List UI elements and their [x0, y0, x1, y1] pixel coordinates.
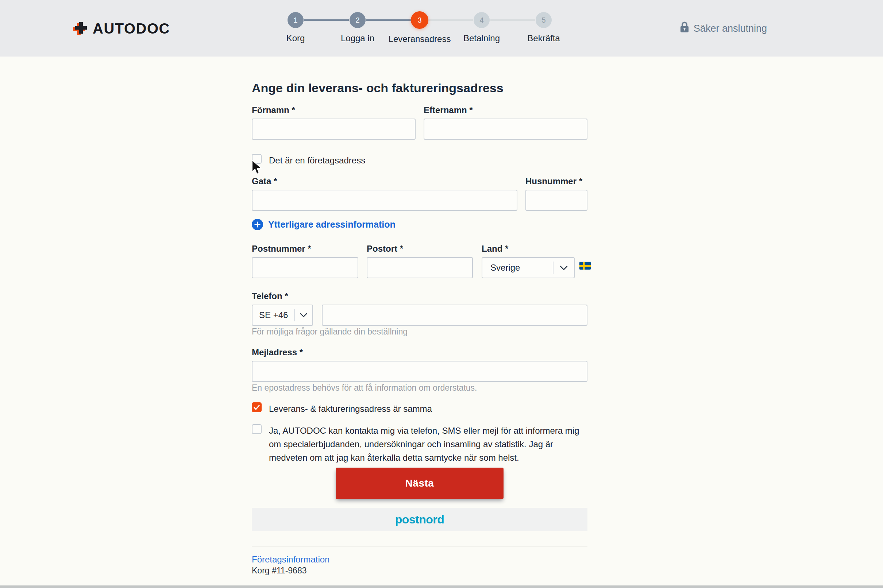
step-leveransadress[interactable]: 3 Leveransadress [389, 12, 451, 44]
country-selected-value: Sverige [482, 262, 553, 273]
city-input[interactable] [367, 257, 473, 278]
email-field: Mejladress * [252, 347, 587, 382]
phone-field: Telefon * SE +46 [252, 291, 587, 326]
last-name-field: Efternamn * [423, 105, 587, 140]
street-label: Gata * [252, 176, 517, 186]
street-field: Gata * [252, 176, 517, 211]
bottom-edge-strip [0, 585, 883, 588]
last-name-label: Efternamn * [423, 105, 587, 115]
checkout-stepper: 1 Korg 2 Logga in 3 Leveransadress 4 Bet… [264, 12, 575, 44]
postnord-logo: postnord [395, 513, 445, 526]
email-input[interactable] [252, 361, 587, 382]
step-logga-in[interactable]: 2 Logga in [327, 12, 389, 44]
page-title: Ange din leverans- och faktureringsadres… [252, 81, 503, 95]
same-address-checkbox-row[interactable]: Leverans- & faktureringsadress är samma [252, 402, 432, 416]
consent-label: Ja, AUTODOC kan kontakta mig via telefon… [269, 424, 587, 464]
additional-address-info-label: Ytterligare adressinformation [268, 219, 395, 230]
step-circle: 5 [536, 12, 552, 28]
company-info-link[interactable]: Företagsinformation [252, 555, 329, 565]
country-label: Land * [482, 244, 575, 254]
header: AUTODOC 1 Korg 2 Logga in 3 Leveransadre… [0, 0, 883, 57]
phone-prefix-select[interactable]: SE +46 [252, 304, 313, 326]
next-button[interactable]: Nästa [336, 468, 503, 499]
first-name-field: Förnamn * [252, 105, 416, 140]
same-address-checkbox[interactable] [252, 402, 261, 412]
consent-checkbox-row[interactable]: Ja, AUTODOC kan kontakta mig via telefon… [252, 424, 587, 464]
step-circle: 2 [350, 12, 366, 28]
phone-label: Telefon * [252, 291, 587, 301]
house-number-input[interactable] [526, 190, 587, 211]
sweden-flag-icon [580, 262, 591, 270]
postcode-field: Postnummer * [252, 244, 358, 278]
autodoc-logo[interactable]: AUTODOC [72, 20, 170, 36]
step-circle: 1 [288, 12, 303, 28]
same-address-label: Leverans- & faktureringsadress är samma [269, 402, 432, 416]
street-input[interactable] [252, 190, 517, 211]
secure-connection-badge: Säker anslutning [680, 21, 767, 35]
postcode-label: Postnummer * [252, 244, 358, 254]
phone-number-input[interactable] [322, 304, 587, 326]
chevron-down-icon [295, 313, 312, 317]
cart-reference: Korg #11-9683 [252, 566, 306, 576]
house-number-field: Husnummer * [526, 176, 587, 211]
last-name-input[interactable] [423, 118, 587, 140]
company-address-checkbox-row[interactable]: Det är en företagsadress [252, 154, 365, 167]
email-label: Mejladress * [252, 347, 587, 357]
check-icon [254, 405, 260, 410]
lock-icon [680, 21, 689, 35]
country-select[interactable]: Sverige [482, 257, 575, 278]
consent-checkbox[interactable] [252, 424, 261, 434]
autodoc-plus-icon [72, 21, 87, 36]
step-circle: 4 [474, 12, 490, 28]
plus-circle-icon [252, 219, 263, 230]
city-field: Postort * [367, 244, 473, 278]
company-address-label: Det är en företagsadress [269, 154, 365, 167]
phone-hint: För möjliga frågor gällande din beställn… [252, 327, 408, 337]
step-korg[interactable]: 1 Korg [264, 12, 327, 44]
secure-connection-label: Säker anslutning [694, 22, 767, 34]
city-label: Postort * [367, 244, 473, 254]
logo-wordmark: AUTODOC [93, 20, 170, 36]
step-bekrafta: 5 Bekräfta [513, 12, 575, 44]
first-name-input[interactable] [252, 118, 416, 140]
email-hint: En epostadress behövs för att få informa… [252, 383, 477, 393]
first-name-label: Förnamn * [252, 105, 416, 115]
additional-address-info-link[interactable]: Ytterligare adressinformation [252, 219, 395, 230]
carrier-bar: postnord [252, 508, 587, 531]
company-address-checkbox[interactable] [252, 154, 261, 164]
step-circle: 3 [411, 11, 428, 29]
phone-prefix-value: SE +46 [252, 310, 294, 320]
country-field: Land * Sverige [482, 244, 575, 278]
postcode-input[interactable] [252, 257, 358, 278]
step-betalning: 4 Betalning [451, 12, 513, 44]
house-number-label: Husnummer * [526, 176, 587, 186]
checkout-page: AUTODOC 1 Korg 2 Logga in 3 Leveransadre… [0, 0, 883, 588]
footer-divider [252, 546, 587, 546]
chevron-down-icon [554, 266, 574, 270]
